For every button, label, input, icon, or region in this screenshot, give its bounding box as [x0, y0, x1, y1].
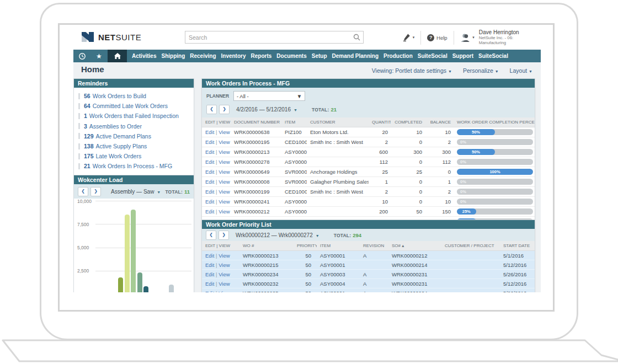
- view-link[interactable]: View: [219, 271, 230, 277]
- personalize-link[interactable]: Personalize ▼: [463, 67, 499, 74]
- view-link[interactable]: View: [219, 253, 230, 259]
- reminder-item[interactable]: 1Work Orders that Failed Inspection: [74, 111, 194, 121]
- reminder-item[interactable]: 138Active Supply Plans: [74, 141, 194, 151]
- edit-link[interactable]: Edit: [205, 139, 214, 145]
- view-link[interactable]: View: [219, 262, 230, 268]
- chart-bar[interactable]: [118, 277, 123, 292]
- edit-link[interactable]: Edit: [205, 208, 214, 215]
- nav-item-suitesocial[interactable]: SuiteSocial: [478, 53, 508, 59]
- edit-link[interactable]: Edit: [205, 129, 214, 135]
- edit-link[interactable]: Edit: [205, 290, 214, 293]
- edit-link[interactable]: Edit: [205, 281, 214, 287]
- reminder-item[interactable]: 56Work Orders to Build: [74, 91, 194, 101]
- edit-link[interactable]: Edit: [205, 159, 214, 165]
- view-link[interactable]: View: [219, 208, 230, 215]
- next-arrow-button[interactable]: ❯: [219, 105, 230, 114]
- prev-arrow-button[interactable]: ❮: [206, 105, 217, 114]
- nav-item-documents[interactable]: Documents: [276, 53, 306, 59]
- chart-bar[interactable]: [169, 285, 174, 292]
- edit-link[interactable]: Edit: [205, 199, 214, 205]
- nav-item-shipping[interactable]: Shipping: [161, 53, 185, 59]
- nav-item-inventory[interactable]: Inventory: [221, 53, 246, 59]
- nav-item-production[interactable]: Production: [383, 53, 413, 59]
- layout-link[interactable]: Layout ▼: [510, 67, 532, 74]
- column-header[interactable]: ITEM: [317, 241, 360, 251]
- table-row[interactable]: Edit | ViewWRK00000241ASY00003100100%: [202, 197, 535, 207]
- view-link[interactable]: View: [219, 179, 230, 185]
- reminder-item[interactable]: 21Work Orders In Process - MFG: [74, 161, 194, 171]
- view-link[interactable]: View: [219, 169, 230, 175]
- view-link[interactable]: View: [219, 281, 230, 287]
- column-header[interactable]: CUSTOMER: [307, 117, 369, 127]
- column-header[interactable]: PRIORITY: [294, 241, 317, 251]
- viewing-settings-link[interactable]: Viewing: Portlet date settings ▼: [372, 67, 452, 74]
- search-input[interactable]: [185, 34, 353, 41]
- column-header[interactable]: EDIT | VIEW: [202, 241, 239, 251]
- table-row[interactable]: Edit | ViewWRK00000638PIZ100Eton Motors …: [202, 127, 535, 137]
- column-header[interactable]: REVISION: [360, 241, 388, 251]
- table-row[interactable]: Edit | ViewWRK00000649SVR00006Anchorage …: [202, 167, 535, 177]
- priority-range[interactable]: Wrk00000212 — Wrk00000272▼: [236, 232, 319, 238]
- table-row[interactable]: Edit | ViewWRK0000023250ASY00004AWRK0000…: [202, 279, 535, 288]
- table-row[interactable]: Edit | ViewWRK00000199CED1000Smith Inc :…: [202, 187, 535, 197]
- column-header[interactable]: DOCUMENT NUMBER: [231, 117, 281, 127]
- edit-link[interactable]: Edit: [205, 169, 214, 175]
- edit-link[interactable]: Edit: [205, 271, 214, 277]
- view-link[interactable]: View: [219, 189, 230, 195]
- next-arrow-button[interactable]: ❯: [219, 231, 229, 240]
- edit-link[interactable]: Edit: [205, 262, 214, 268]
- next-arrow-button[interactable]: ❯: [90, 187, 101, 196]
- workcenter-portlet-header[interactable]: Wokcenter Load: [74, 175, 194, 184]
- netsuite-logo[interactable]: NETSUITE: [81, 31, 141, 43]
- reminder-item[interactable]: 64Committed Late Work Orders: [74, 101, 194, 111]
- create-new-caret-icon[interactable]: ▾: [413, 35, 415, 40]
- column-header[interactable]: START DATE: [500, 241, 535, 251]
- nav-item-support[interactable]: Support: [452, 53, 473, 59]
- view-link[interactable]: View: [219, 159, 230, 165]
- chart-bar[interactable]: [137, 272, 142, 292]
- table-row[interactable]: Edit | ViewWRK00000278ASY0000211201120%: [202, 157, 535, 167]
- prev-arrow-button[interactable]: ❮: [206, 231, 216, 240]
- table-row[interactable]: Edit | ViewWRK0000021350ASY00001AWRK0000…: [202, 251, 535, 260]
- table-row[interactable]: Edit | ViewWRK00000212ASY000022005015025…: [202, 207, 535, 217]
- priority-portlet-header[interactable]: Work Order Priority List: [202, 220, 535, 229]
- column-header[interactable]: WORK ORDER COMPLETION PERCENTAGE: [454, 117, 535, 127]
- table-row[interactable]: Edit | ViewWRK00000008SVR00004Galagher P…: [202, 177, 535, 187]
- table-row[interactable]: Edit | ViewWRK00000213ASY000016003003005…: [202, 147, 535, 157]
- nav-item-demand-planning[interactable]: Demand Planning: [332, 53, 379, 59]
- column-header[interactable]: ITEM: [281, 117, 307, 127]
- table-row[interactable]: Edit | ViewWRK0000023450ASY00003AWRK0000…: [202, 270, 535, 279]
- column-header[interactable]: WO #: [239, 241, 294, 251]
- view-link[interactable]: View: [219, 129, 230, 135]
- prev-arrow-button[interactable]: ❮: [78, 187, 88, 196]
- edit-link[interactable]: Edit: [205, 253, 214, 259]
- reminders-portlet-header[interactable]: Reminders: [74, 79, 194, 88]
- reminder-item[interactable]: 129Active Demand Plans: [74, 131, 194, 141]
- nav-item-receiving[interactable]: Receiving: [190, 53, 216, 59]
- column-header[interactable]: BALANCE: [425, 117, 454, 127]
- column-header[interactable]: COMPLETED: [391, 117, 425, 127]
- column-header[interactable]: CUSTOMER / PROJECT: [441, 241, 500, 251]
- nav-item-setup[interactable]: Setup: [312, 53, 327, 59]
- chart-bar[interactable]: [125, 215, 130, 292]
- edit-link[interactable]: Edit: [205, 179, 214, 185]
- edit-link[interactable]: Edit: [205, 189, 214, 195]
- nav-item-reports[interactable]: Reports: [251, 53, 272, 59]
- search-icon[interactable]: [353, 34, 360, 41]
- workcenter-selector[interactable]: Assembly — Saw▼: [111, 189, 161, 195]
- help-label[interactable]: Help: [436, 35, 447, 41]
- nav-item-activities[interactable]: Activities: [132, 53, 156, 59]
- view-link[interactable]: View: [219, 199, 230, 205]
- chart-bar[interactable]: [131, 210, 136, 292]
- help-icon[interactable]: ?: [427, 34, 434, 41]
- wip-portlet-header[interactable]: Work Orders In Process - MFG: [202, 79, 535, 88]
- edit-link[interactable]: Edit: [205, 149, 214, 155]
- planner-dropdown[interactable]: - All - ▼: [233, 91, 305, 101]
- column-header[interactable]: EDIT | VIEW: [202, 117, 231, 127]
- table-row[interactable]: Edit | ViewWRK0000026550ASY00001AWRK0000…: [202, 288, 535, 293]
- wip-date-range[interactable]: 4/2/2016 — 5/12/2016▼: [236, 106, 297, 113]
- nav-item-suitesocial[interactable]: SuiteSocial: [418, 53, 447, 59]
- column-header[interactable]: QUANTITY: [369, 117, 391, 127]
- table-row[interactable]: Edit | ViewWRK0000021550ASY00001WRK00000…: [202, 260, 535, 270]
- view-link[interactable]: View: [219, 290, 230, 293]
